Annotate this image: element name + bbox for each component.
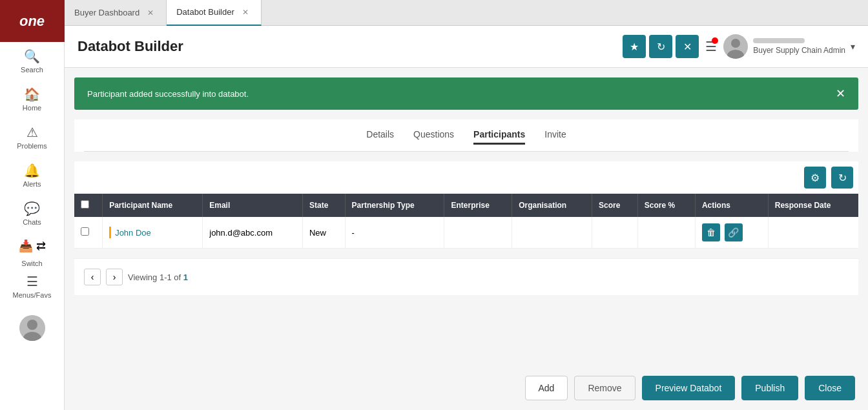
star-button[interactable]: ★	[623, 35, 646, 58]
response-date-cell	[768, 217, 858, 249]
remove-button[interactable]: Remove	[574, 376, 635, 400]
banner-close-button[interactable]: ✕	[836, 87, 845, 101]
menu-icon: ☰	[26, 274, 38, 289]
enterprise-cell	[444, 217, 512, 249]
nav-tabs-container: Details Questions Participants Invite	[74, 119, 858, 152]
sidebar-item-problems[interactable]: ⚠ Problems	[0, 118, 64, 156]
filter-button[interactable]: ⚙	[804, 167, 826, 189]
sidebar-label-menus: Menus/Favs	[13, 291, 52, 299]
tab-databot-builder-close[interactable]: ✕	[240, 6, 251, 18]
next-page-button[interactable]: ›	[106, 269, 123, 285]
table-header: Participant Name Email State Partnership…	[74, 194, 858, 217]
partnership-type-value: -	[352, 228, 355, 238]
state-value: New	[309, 228, 326, 238]
row-checkbox-cell	[74, 217, 103, 249]
tab-databot-builder-label: Databot Builder	[176, 7, 234, 17]
tab-questions[interactable]: Questions	[413, 129, 454, 145]
orange-indicator	[109, 227, 111, 238]
sidebar-label-switch: Switch	[0, 260, 64, 267]
user-name-area: Buyer Supply Chain Admin	[753, 38, 845, 55]
pagination-total: 1	[183, 272, 188, 282]
col-participant-name: Participant Name	[103, 194, 203, 217]
participant-name-link[interactable]: John Doe	[109, 227, 196, 238]
close-button[interactable]: Close	[805, 376, 855, 400]
page-title: Databot Builder	[78, 38, 183, 55]
search-icon: 🔍	[24, 48, 40, 64]
table-body: John Doe john.d@abc.com New -	[74, 217, 858, 249]
prev-page-button[interactable]: ‹	[84, 269, 101, 285]
delete-action-button[interactable]: 🗑	[702, 223, 720, 241]
user-area: Buyer Supply Chain Admin ▾	[723, 34, 855, 59]
notification-dot	[712, 37, 718, 44]
switch-icon: ⇄	[36, 239, 46, 253]
user-avatar-sidebar	[19, 315, 45, 341]
sidebar-label-alerts: Alerts	[23, 180, 41, 188]
sidebar-item-home[interactable]: 🏠 Home	[0, 80, 64, 118]
refresh-table-button[interactable]: ↻	[831, 167, 853, 189]
sidebar-item-chats[interactable]: 💬 Chats	[0, 194, 64, 232]
user-dropdown-button[interactable]: ▾	[851, 41, 855, 52]
svg-point-4	[731, 39, 740, 48]
publish-button[interactable]: Publish	[741, 376, 798, 400]
sidebar-label-search: Search	[21, 66, 43, 74]
hamburger-menu-button[interactable]: ☰	[705, 39, 717, 54]
warning-icon: ⚠	[26, 125, 38, 140]
score-pct-cell	[637, 217, 695, 249]
user-name-line1	[753, 38, 805, 43]
sidebar-item-avatar[interactable]	[0, 305, 64, 351]
tab-participants[interactable]: Participants	[473, 129, 525, 145]
sidebar: one 🔍 Search 🏠 Home ⚠ Problems 🔔 Alerts …	[0, 0, 65, 410]
pagination: ‹ › Viewing 1-1 of 1	[74, 258, 858, 295]
table-header-row: Participant Name Email State Partnership…	[74, 194, 858, 217]
preview-databot-button[interactable]: Preview Databot	[642, 376, 736, 400]
score-cell	[592, 217, 637, 249]
sidebar-label-chats: Chats	[23, 218, 41, 226]
refresh-button[interactable]: ↻	[649, 35, 672, 58]
sidebar-item-search[interactable]: 🔍 Search	[0, 42, 64, 80]
participant-name-cell: John Doe	[103, 217, 203, 249]
add-button[interactable]: Add	[525, 376, 568, 400]
nav-tabs: Details Questions Participants Invite	[84, 119, 849, 152]
tab-databot-builder[interactable]: Databot Builder ✕	[167, 0, 262, 26]
participants-table-area: ⚙ ↻ Participant Name Email State Partner…	[74, 161, 858, 249]
col-enterprise: Enterprise	[444, 194, 512, 217]
page-header: Databot Builder ★ ↻ ✕ ☰ Buyer Supply Cha…	[65, 26, 868, 68]
table-row: John Doe john.d@abc.com New -	[74, 217, 858, 249]
tab-details[interactable]: Details	[366, 129, 394, 145]
col-score-pct: Score %	[637, 194, 695, 217]
col-actions: Actions	[695, 194, 768, 217]
pagination-info: Viewing 1-1 of 1	[128, 272, 188, 282]
select-all-checkbox[interactable]	[81, 200, 89, 209]
pagination-prefix: Viewing 1-1 of	[128, 272, 183, 282]
sidebar-label-home: Home	[23, 104, 41, 112]
header-buttons: ★ ↻ ✕	[623, 35, 699, 58]
tab-buyer-dashboard[interactable]: Buyer Dashboard ✕	[65, 0, 167, 26]
close-header-button[interactable]: ✕	[676, 35, 699, 58]
home-icon: 🏠	[24, 87, 40, 102]
col-email: Email	[203, 194, 303, 217]
tab-buyer-dashboard-label: Buyer Dashboard	[74, 8, 140, 17]
main-content: Buyer Dashboard ✕ Databot Builder ✕ Data…	[65, 0, 868, 410]
inbox-icon: 📥	[19, 239, 33, 253]
row-checkbox[interactable]	[81, 227, 89, 236]
success-message: Participant added successfully into data…	[87, 89, 249, 99]
user-avatar	[723, 34, 748, 59]
sidebar-item-switch[interactable]: 📥 ⇄	[0, 232, 64, 260]
partnership-type-cell: -	[345, 217, 444, 249]
tab-invite[interactable]: Invite	[544, 129, 566, 145]
logo-text: one	[19, 13, 45, 30]
bell-icon: 🔔	[24, 163, 40, 178]
email-value: john.d@abc.com	[209, 228, 273, 238]
link-action-button[interactable]: 🔗	[725, 223, 743, 241]
content-area: Participant added successfully into data…	[65, 68, 868, 366]
app-logo[interactable]: one	[0, 0, 65, 42]
participants-table: Participant Name Email State Partnership…	[74, 194, 858, 249]
header-actions: ★ ↻ ✕ ☰ Buyer Supply Chain Admin ▾	[623, 34, 855, 59]
col-checkbox	[74, 194, 103, 217]
col-partnership-type: Partnership Type	[345, 194, 444, 217]
email-cell: john.d@abc.com	[203, 217, 303, 249]
tab-buyer-dashboard-close[interactable]: ✕	[145, 7, 156, 19]
sidebar-item-menus[interactable]: ☰ Menus/Favs	[0, 267, 64, 305]
sidebar-item-alerts[interactable]: 🔔 Alerts	[0, 156, 64, 194]
col-state: State	[302, 194, 345, 217]
